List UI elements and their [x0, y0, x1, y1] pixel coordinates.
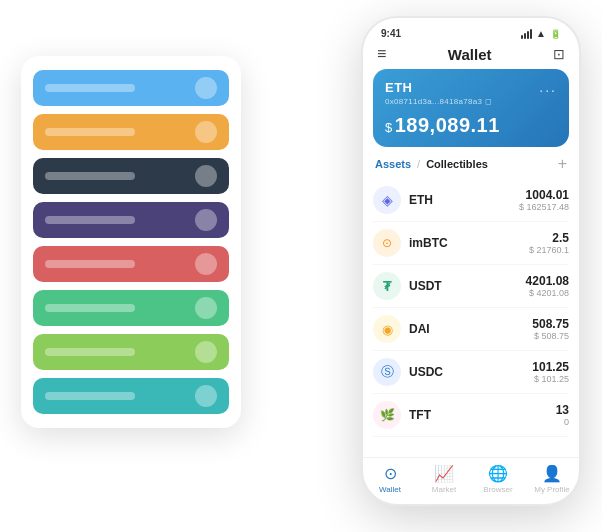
card-line — [45, 84, 135, 92]
list-item[interactable] — [33, 158, 229, 194]
card-icon — [195, 253, 217, 275]
asset-values: 101.25 $ 101.25 — [532, 360, 569, 384]
list-item[interactable] — [33, 202, 229, 238]
battery-icon: 🔋 — [550, 29, 561, 39]
status-right: ▲ 🔋 — [521, 28, 561, 39]
card-line — [45, 260, 135, 268]
card-line — [45, 304, 135, 312]
card-icon — [195, 165, 217, 187]
scene: 9:41 ▲ 🔋 ≡ Wallet ⊡ ETH ... — [21, 16, 581, 516]
list-item[interactable] — [33, 70, 229, 106]
card-icon — [195, 121, 217, 143]
assets-header: Assets / Collectibles + — [363, 155, 579, 179]
expand-icon[interactable]: ⊡ — [553, 46, 565, 62]
nav-market[interactable]: 📈 Market — [417, 464, 471, 494]
asset-values: 508.75 $ 508.75 — [532, 317, 569, 341]
asset-values: 13 0 — [556, 403, 569, 427]
usdc-icon: Ⓢ — [373, 358, 401, 386]
market-nav-icon: 📈 — [434, 464, 454, 483]
wallet-card[interactable]: ETH ... 0x08711d3a...8418a78a3 ◻ $189,08… — [373, 69, 569, 147]
asset-list: ◈ ETH 1004.01 $ 162517.48 ⊙ imBTC 2.5 $ … — [363, 179, 579, 457]
asset-name: DAI — [409, 322, 532, 336]
asset-amount: 508.75 — [532, 317, 569, 331]
table-row[interactable]: ◈ ETH 1004.01 $ 162517.48 — [373, 179, 569, 222]
nav-wallet-label: Wallet — [379, 485, 401, 494]
asset-values: 2.5 $ 21760.1 — [529, 231, 569, 255]
asset-amount: 4201.08 — [526, 274, 569, 288]
asset-name: ETH — [409, 193, 519, 207]
nav-market-label: Market — [432, 485, 456, 494]
asset-usd: $ 4201.08 — [526, 288, 569, 298]
asset-amount: 13 — [556, 403, 569, 417]
asset-usd: $ 508.75 — [532, 331, 569, 341]
nav-wallet[interactable]: ⊙ Wallet — [363, 464, 417, 494]
phone-header: ≡ Wallet ⊡ — [363, 43, 579, 69]
list-item[interactable] — [33, 246, 229, 282]
page-title: Wallet — [448, 46, 492, 63]
asset-name: USDC — [409, 365, 532, 379]
tab-assets[interactable]: Assets — [375, 158, 411, 170]
phone: 9:41 ▲ 🔋 ≡ Wallet ⊡ ETH ... — [361, 16, 581, 506]
list-item[interactable] — [33, 334, 229, 370]
card-line — [45, 172, 135, 180]
card-stack — [21, 56, 241, 428]
table-row[interactable]: ◉ DAI 508.75 $ 508.75 — [373, 308, 569, 351]
signal-icon — [521, 29, 532, 39]
table-row[interactable]: ₮ USDT 4201.08 $ 4201.08 — [373, 265, 569, 308]
asset-usd: $ 101.25 — [532, 374, 569, 384]
assets-tabs: Assets / Collectibles — [375, 158, 488, 170]
nav-browser-label: Browser — [483, 485, 512, 494]
tab-divider: / — [417, 158, 420, 170]
card-icon — [195, 209, 217, 231]
add-asset-button[interactable]: + — [558, 155, 567, 173]
nav-profile-label: My Profile — [534, 485, 570, 494]
asset-values: 1004.01 $ 162517.48 — [519, 188, 569, 212]
list-item[interactable] — [33, 378, 229, 414]
list-item[interactable] — [33, 114, 229, 150]
profile-nav-icon: 👤 — [542, 464, 562, 483]
asset-name: imBTC — [409, 236, 529, 250]
card-icon — [195, 341, 217, 363]
card-line — [45, 216, 135, 224]
card-line — [45, 128, 135, 136]
bottom-nav: ⊙ Wallet 📈 Market 🌐 Browser 👤 My Profile — [363, 457, 579, 504]
imbtc-icon: ⊙ — [373, 229, 401, 257]
asset-amount: 2.5 — [529, 231, 569, 245]
wallet-more-icon[interactable]: ... — [539, 79, 557, 95]
table-row[interactable]: ⊙ imBTC 2.5 $ 21760.1 — [373, 222, 569, 265]
card-line — [45, 392, 135, 400]
wallet-address: 0x08711d3a...8418a78a3 ◻ — [385, 97, 557, 106]
dai-icon: ◉ — [373, 315, 401, 343]
table-row[interactable]: Ⓢ USDC 101.25 $ 101.25 — [373, 351, 569, 394]
asset-amount: 101.25 — [532, 360, 569, 374]
nav-profile[interactable]: 👤 My Profile — [525, 464, 579, 494]
asset-name: USDT — [409, 279, 526, 293]
tab-collectibles[interactable]: Collectibles — [426, 158, 488, 170]
card-line — [45, 348, 135, 356]
card-icon — [195, 385, 217, 407]
browser-nav-icon: 🌐 — [488, 464, 508, 483]
card-icon — [195, 77, 217, 99]
wallet-card-header: ETH ... — [385, 79, 557, 95]
asset-values: 4201.08 $ 4201.08 — [526, 274, 569, 298]
asset-usd: 0 — [556, 417, 569, 427]
asset-name: TFT — [409, 408, 556, 422]
status-time: 9:41 — [381, 28, 401, 39]
status-bar: 9:41 ▲ 🔋 — [363, 18, 579, 43]
card-icon — [195, 297, 217, 319]
asset-usd: $ 162517.48 — [519, 202, 569, 212]
wifi-icon: ▲ — [536, 28, 546, 39]
wallet-token-label: ETH — [385, 80, 413, 95]
wallet-balance: $189,089.11 — [385, 114, 557, 137]
tft-icon: 🌿 — [373, 401, 401, 429]
asset-usd: $ 21760.1 — [529, 245, 569, 255]
table-row[interactable]: 🌿 TFT 13 0 — [373, 394, 569, 437]
nav-browser[interactable]: 🌐 Browser — [471, 464, 525, 494]
menu-icon[interactable]: ≡ — [377, 45, 386, 63]
eth-icon: ◈ — [373, 186, 401, 214]
usdt-icon: ₮ — [373, 272, 401, 300]
wallet-nav-icon: ⊙ — [384, 464, 397, 483]
asset-amount: 1004.01 — [519, 188, 569, 202]
balance-symbol: $ — [385, 120, 393, 135]
list-item[interactable] — [33, 290, 229, 326]
